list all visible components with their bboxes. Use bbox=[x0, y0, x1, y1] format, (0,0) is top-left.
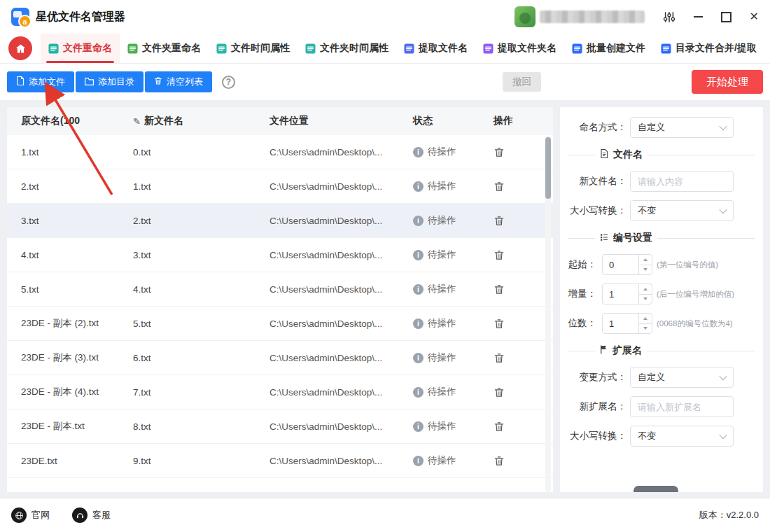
start-number-stepper[interactable]: 0 bbox=[602, 254, 652, 275]
new-filename-label: 新文件名： bbox=[567, 175, 626, 188]
delete-row-button[interactable] bbox=[493, 215, 505, 227]
naming-mode-value: 自定义 bbox=[638, 121, 665, 134]
table-row[interactable]: 23DE.txt 9.txt C:\Users\admin\Desktop\..… bbox=[7, 444, 553, 478]
tab-3[interactable]: 文件夹时间属性 bbox=[298, 34, 396, 63]
tab-icon bbox=[404, 43, 414, 54]
spinner-down-icon[interactable] bbox=[639, 324, 652, 334]
minimize-button[interactable] bbox=[694, 9, 703, 24]
info-icon: i bbox=[413, 456, 424, 466]
new-filename-input[interactable] bbox=[630, 171, 734, 192]
start-number-label: 起始： bbox=[567, 258, 596, 271]
add-file-button[interactable]: 添加文件 bbox=[7, 71, 74, 92]
cell-operation bbox=[493, 455, 553, 467]
ext-case-convert-value: 不变 bbox=[638, 430, 656, 442]
delete-row-button[interactable] bbox=[493, 284, 505, 295]
info-icon: i bbox=[413, 284, 424, 295]
maximize-button[interactable] bbox=[721, 9, 732, 24]
increment-hint: (后一位编号增加的值) bbox=[657, 289, 734, 300]
start-number-hint: (第一位编号的值) bbox=[657, 260, 718, 270]
delete-row-button[interactable] bbox=[493, 352, 505, 364]
cell-status: i 待操作 bbox=[413, 248, 493, 261]
table-row[interactable]: 3.txt 2.txt C:\Users\admin\Desktop\... i… bbox=[7, 204, 553, 238]
table-scrollbar-track[interactable] bbox=[545, 136, 551, 492]
digits-stepper[interactable]: 1 bbox=[602, 313, 652, 334]
delete-row-button[interactable] bbox=[493, 455, 505, 467]
header-status: 状态 bbox=[413, 115, 493, 127]
start-processing-button[interactable]: 开始处理 bbox=[692, 70, 763, 94]
delete-row-button[interactable] bbox=[493, 181, 505, 192]
cell-old-name: 1.txt bbox=[21, 147, 133, 158]
tab-5[interactable]: 提取文件夹名 bbox=[475, 34, 564, 63]
delete-row-button[interactable] bbox=[493, 318, 505, 330]
increment-value: 1 bbox=[603, 284, 638, 304]
close-button[interactable]: ✕ bbox=[750, 9, 759, 24]
cell-old-name: 23DE.txt bbox=[21, 456, 133, 466]
change-mode-select[interactable]: 自定义 bbox=[630, 367, 734, 388]
table-row[interactable]: 23DE - 副本 (4).txt 7.txt C:\Users\admin\D… bbox=[7, 375, 553, 410]
header-new-name: ✎新文件名 bbox=[133, 115, 270, 127]
help-button[interactable]: ? bbox=[222, 76, 235, 89]
change-mode-value: 自定义 bbox=[638, 371, 665, 384]
home-button[interactable] bbox=[8, 36, 32, 60]
tab-7[interactable]: 目录文件合并/提取 bbox=[653, 34, 764, 63]
cell-status: i 待操作 bbox=[413, 351, 493, 364]
cell-new-name: 3.txt bbox=[133, 250, 270, 260]
table-row[interactable]: 23DE - 副本 (2).txt 5.txt C:\Users\admin\D… bbox=[7, 307, 553, 341]
delete-row-button[interactable] bbox=[493, 146, 505, 158]
status-label: 待操作 bbox=[428, 351, 456, 364]
digits-label: 位数： bbox=[567, 317, 596, 330]
ext-case-convert-select[interactable]: 不变 bbox=[630, 426, 734, 447]
table-row[interactable]: 2.txt 1.txt C:\Users\admin\Desktop\... i… bbox=[7, 169, 553, 204]
panel-scroll-indicator[interactable] bbox=[634, 486, 678, 492]
cell-new-name: 0.txt bbox=[133, 147, 270, 158]
increment-stepper[interactable]: 1 bbox=[602, 284, 652, 304]
undo-button[interactable]: 撤回 bbox=[503, 72, 541, 92]
naming-mode-select[interactable]: 自定义 bbox=[630, 117, 734, 138]
delete-row-button[interactable] bbox=[493, 249, 505, 261]
spinner-down-icon[interactable] bbox=[639, 295, 652, 304]
case-convert-select[interactable]: 不变 bbox=[630, 200, 734, 221]
tab-4[interactable]: 提取文件名 bbox=[396, 34, 475, 63]
cell-status: i 待操作 bbox=[413, 180, 493, 192]
cell-old-name: 5.txt bbox=[21, 284, 133, 295]
delete-row-button[interactable] bbox=[493, 421, 505, 433]
header-operation: 操作 bbox=[493, 115, 553, 127]
official-site-link[interactable]: 官网 bbox=[11, 507, 50, 523]
start-number-row: 起始： 0 (第一位编号的值) bbox=[567, 254, 763, 275]
spinner-up-icon[interactable] bbox=[639, 255, 652, 265]
edit-pencil-icon: ✎ bbox=[133, 116, 141, 127]
status-label: 待操作 bbox=[428, 214, 456, 227]
tab-6[interactable]: 批量创建文件 bbox=[564, 34, 653, 63]
delete-row-button[interactable] bbox=[493, 386, 505, 398]
table-row[interactable]: 1.txt 0.txt C:\Users\admin\Desktop\... i… bbox=[7, 135, 553, 169]
cell-new-name: 1.txt bbox=[133, 181, 270, 192]
tab-1[interactable]: 文件夹重命名 bbox=[120, 34, 209, 63]
account-area[interactable] bbox=[514, 6, 645, 27]
table-row[interactable]: 4.txt 3.txt C:\Users\admin\Desktop\... i… bbox=[7, 238, 553, 272]
settings-sliders-icon[interactable] bbox=[663, 9, 676, 24]
tab-0[interactable]: 文件重命名 bbox=[41, 34, 120, 63]
table-row[interactable]: 5.txt 4.txt C:\Users\admin\Desktop\... i… bbox=[7, 272, 553, 307]
user-avatar[interactable] bbox=[514, 6, 536, 27]
cell-new-name: 2.txt bbox=[133, 216, 270, 226]
cell-old-name: 23DE - 副本 (3).txt bbox=[21, 351, 133, 364]
info-icon: i bbox=[413, 353, 424, 363]
cell-old-name: 2.txt bbox=[21, 181, 133, 192]
spinner-up-icon[interactable] bbox=[639, 284, 652, 295]
main-area: 原文件名(100 ✎新文件名 文件位置 状态 操作 1.txt 0.txt C:… bbox=[0, 100, 770, 498]
chevron-down-icon bbox=[719, 372, 727, 380]
new-extension-input[interactable] bbox=[630, 396, 734, 417]
table-row[interactable]: 23DE - 副本 (3).txt 6.txt C:\Users\admin\D… bbox=[7, 341, 553, 375]
cell-new-name: 8.txt bbox=[133, 421, 270, 432]
increment-row: 增量： 1 (后一位编号增加的值) bbox=[567, 284, 763, 304]
table-scrollbar-thumb[interactable] bbox=[545, 137, 551, 199]
table-row[interactable]: 23DE - 副本.txt 8.txt C:\Users\admin\Deskt… bbox=[7, 410, 553, 444]
tab-2[interactable]: 文件时间属性 bbox=[209, 34, 298, 63]
folder-icon bbox=[85, 77, 94, 88]
clear-list-button[interactable]: 清空列表 bbox=[145, 71, 212, 92]
add-directory-button[interactable]: 添加目录 bbox=[76, 71, 144, 92]
spinner-up-icon[interactable] bbox=[639, 314, 652, 324]
customer-service-link[interactable]: 客服 bbox=[72, 507, 111, 523]
header-original-name: 原文件名(100 bbox=[21, 115, 133, 127]
spinner-down-icon[interactable] bbox=[639, 265, 652, 275]
